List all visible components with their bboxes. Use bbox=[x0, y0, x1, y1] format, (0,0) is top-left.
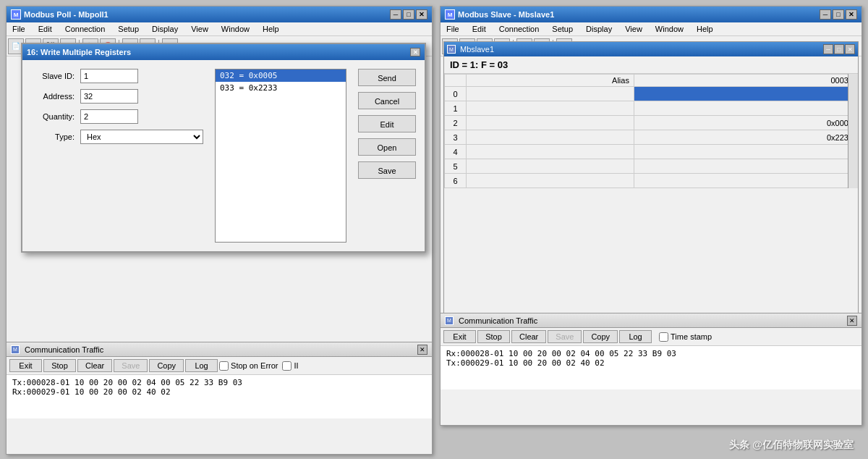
mbslave-inner-close[interactable]: ✕ bbox=[845, 44, 855, 54]
poll-timestamp-checkbox[interactable] bbox=[282, 361, 292, 371]
poll-minimize-btn[interactable]: ─ bbox=[390, 9, 401, 20]
slave-menu-view[interactable]: View bbox=[622, 24, 645, 34]
dialog-title-bar: 16: Write Multiple Registers ✕ bbox=[22, 44, 425, 60]
slave-timestamp-label: Time stamp bbox=[659, 332, 712, 342]
listbox-item-1[interactable]: 033 = 0x2233 bbox=[216, 82, 346, 94]
table-row-4: 4 bbox=[445, 145, 858, 159]
slave-title-left: M Modbus Slave - Mbslave1 bbox=[445, 9, 554, 20]
slave-comm-close-btn[interactable]: ✕ bbox=[847, 316, 857, 326]
header-00030: 00030 bbox=[634, 75, 857, 87]
slave-copy-btn[interactable]: Copy bbox=[583, 330, 618, 343]
table-row-2: 2 0x0005 bbox=[445, 116, 858, 130]
mbslave-table-container: Alias 00030 0 1 bbox=[444, 74, 858, 188]
row-3-val: 0x2233 bbox=[634, 130, 857, 145]
dialog-form: Slave ID: Address: Quantity: Type: bbox=[31, 69, 203, 243]
quantity-row: Quantity: bbox=[31, 109, 203, 124]
slave-menu-display[interactable]: Display bbox=[583, 24, 615, 34]
slave-maximize-btn[interactable]: □ bbox=[833, 9, 844, 20]
slave-comm-panel: M Communication Traffic ✕ Exit Stop Clea… bbox=[441, 313, 861, 425]
poll-tx-line: Tx:000028-01 10 00 20 00 02 04 00 05 22 … bbox=[12, 378, 426, 387]
mbslave-inner-maximize[interactable]: □ bbox=[834, 44, 844, 54]
slave-menu-help[interactable]: Help bbox=[694, 24, 716, 34]
header-rownum bbox=[445, 75, 467, 87]
poll-menu-help[interactable]: Help bbox=[260, 24, 282, 34]
slave-menu-file[interactable]: File bbox=[443, 24, 462, 34]
modbus-slave-window: M Modbus Slave - Mbslave1 ─ □ ✕ File Edi… bbox=[440, 6, 862, 426]
poll-comm-close-btn[interactable]: ✕ bbox=[417, 345, 427, 355]
poll-menu-view[interactable]: View bbox=[188, 24, 211, 34]
address-row: Address: bbox=[31, 89, 203, 104]
slave-stop-btn[interactable]: Stop bbox=[477, 330, 510, 343]
poll-stop-error-checkbox[interactable] bbox=[219, 361, 229, 371]
slave-comm-icon: M bbox=[445, 316, 454, 325]
mbslave-table: Alias 00030 0 1 bbox=[444, 74, 858, 188]
send-button[interactable]: Send bbox=[358, 69, 416, 86]
slave-timestamp-checkbox[interactable] bbox=[659, 332, 668, 342]
dialog-title: 16: Write Multiple Registers bbox=[27, 48, 131, 56]
poll-stop-btn[interactable]: Stop bbox=[43, 359, 76, 372]
slave-log-btn[interactable]: Log bbox=[619, 330, 652, 343]
poll-menu-connection[interactable]: Connection bbox=[62, 24, 109, 34]
poll-comm-title-bar: M Communication Traffic ✕ bbox=[7, 342, 432, 357]
poll-comm-content: Tx:000028-01 10 00 20 00 02 04 00 05 22 … bbox=[7, 375, 432, 418]
slave-clear-btn[interactable]: Clear bbox=[511, 330, 546, 343]
quantity-input[interactable] bbox=[80, 109, 138, 124]
slave-save-btn[interactable]: Save bbox=[548, 330, 582, 343]
slave-comm-content: Rx:000028-01 10 00 20 00 02 04 00 05 22 … bbox=[441, 346, 861, 389]
slave-id-input[interactable] bbox=[80, 69, 138, 83]
mbslave-inner-title-left: M Mbslave1 bbox=[447, 45, 494, 54]
dialog-content: Slave ID: Address: Quantity: Type: bbox=[22, 60, 425, 251]
poll-maximize-btn[interactable]: □ bbox=[403, 9, 414, 20]
row-4-val bbox=[634, 145, 857, 159]
slave-exit-btn[interactable]: Exit bbox=[443, 330, 476, 343]
open-button[interactable]: Open bbox=[358, 138, 416, 156]
type-row: Type: Hex Decimal Binary bbox=[31, 130, 203, 144]
poll-timestamp-text: II bbox=[294, 361, 298, 370]
slave-comm-title: Communication Traffic bbox=[459, 316, 537, 325]
row-5-val bbox=[634, 159, 857, 174]
mbslave-inner-title: M Mbslave1 ─ □ ✕ bbox=[444, 42, 858, 56]
mbslave-id-bar: ID = 1: F = 03 bbox=[444, 56, 858, 74]
mbslave-id-text: ID = 1: F = 03 bbox=[450, 59, 508, 70]
listbox-item-0[interactable]: 032 = 0x0005 bbox=[216, 70, 346, 82]
modbus-poll-window: M Modbus Poll - Mbpoll1 ─ □ ✕ File Edit … bbox=[6, 6, 433, 455]
slave-scrollbar[interactable] bbox=[848, 74, 858, 188]
poll-menu-edit[interactable]: Edit bbox=[35, 24, 55, 34]
slave-menu-setup[interactable]: Setup bbox=[549, 24, 576, 34]
row-0-val bbox=[634, 87, 857, 101]
poll-log-btn[interactable]: Log bbox=[185, 359, 218, 372]
dialog-close-btn[interactable]: ✕ bbox=[410, 48, 420, 56]
address-input[interactable] bbox=[80, 89, 138, 104]
slave-menu-connection[interactable]: Connection bbox=[496, 24, 542, 34]
poll-copy-btn[interactable]: Copy bbox=[149, 359, 184, 372]
table-header-row: Alias 00030 bbox=[445, 75, 858, 87]
slave-menu-window[interactable]: Window bbox=[652, 24, 686, 34]
slave-comm-title-left: M Communication Traffic bbox=[445, 316, 537, 325]
poll-save-btn[interactable]: Save bbox=[114, 359, 148, 372]
slave-minimize-btn[interactable]: ─ bbox=[820, 9, 831, 20]
poll-comm-icon: M bbox=[11, 345, 20, 354]
poll-menu-display[interactable]: Display bbox=[149, 24, 181, 34]
mbslave-inner-minimize[interactable]: ─ bbox=[823, 44, 833, 54]
poll-exit-btn[interactable]: Exit bbox=[9, 359, 42, 372]
row-2-num: 2 bbox=[445, 116, 467, 130]
poll-menu-file[interactable]: File bbox=[9, 24, 28, 34]
slave-title-bar: M Modbus Slave - Mbslave1 ─ □ ✕ bbox=[441, 7, 861, 22]
poll-title-left: M Modbus Poll - Mbpoll1 bbox=[11, 9, 109, 20]
row-4-num: 4 bbox=[445, 145, 467, 159]
slave-menu-bar: File Edit Connection Setup Display View … bbox=[441, 22, 861, 36]
cancel-button[interactable]: Cancel bbox=[358, 92, 416, 109]
poll-menu-window[interactable]: Window bbox=[218, 24, 252, 34]
type-select[interactable]: Hex Decimal Binary bbox=[80, 130, 203, 144]
table-row-6: 6 bbox=[445, 174, 858, 188]
row-0-alias bbox=[467, 87, 634, 101]
slave-menu-edit[interactable]: Edit bbox=[469, 24, 489, 34]
poll-clear-btn[interactable]: Clear bbox=[77, 359, 112, 372]
register-listbox[interactable]: 032 = 0x0005 033 = 0x2233 bbox=[215, 69, 346, 243]
save-button[interactable]: Save bbox=[358, 161, 416, 179]
slave-id-label: Slave ID: bbox=[31, 72, 75, 80]
slave-close-btn[interactable]: ✕ bbox=[846, 9, 857, 20]
poll-close-btn[interactable]: ✕ bbox=[416, 9, 427, 20]
poll-menu-setup[interactable]: Setup bbox=[115, 24, 142, 34]
edit-button[interactable]: Edit bbox=[358, 115, 416, 132]
